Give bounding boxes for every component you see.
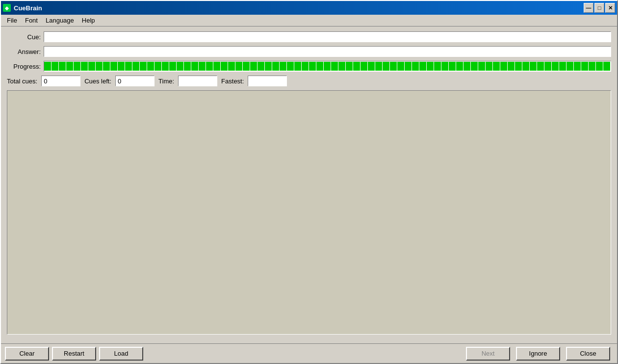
- cue-input[interactable]: [44, 31, 611, 42]
- progress-segment: [471, 62, 478, 71]
- next-button[interactable]: Next: [466, 347, 510, 361]
- progress-segment: [589, 62, 595, 71]
- progress-segment: [272, 62, 279, 71]
- main-content: Cue: Answer: Progress: Total cues: Cues …: [1, 26, 617, 343]
- ignore-button[interactable]: Ignore: [516, 347, 560, 361]
- progress-segment: [154, 62, 161, 71]
- progress-segment: [611, 62, 611, 71]
- progress-segment: [103, 62, 110, 71]
- progress-segment: [265, 62, 272, 71]
- progress-segment: [44, 62, 51, 71]
- load-button[interactable]: Load: [99, 347, 143, 361]
- minimize-button[interactable]: —: [584, 3, 593, 13]
- progress-segment: [243, 62, 250, 71]
- progress-segment: [390, 62, 397, 71]
- progress-segment: [309, 62, 316, 71]
- progress-segment: [147, 62, 154, 71]
- progress-segment: [96, 62, 103, 71]
- menu-font[interactable]: Font: [21, 16, 42, 25]
- progress-segment: [213, 62, 220, 71]
- progress-segment: [294, 62, 301, 71]
- progress-segment: [486, 62, 492, 71]
- progress-segment: [441, 62, 448, 71]
- content-area: [7, 90, 611, 335]
- progress-segment: [81, 62, 88, 71]
- progress-row: Progress:: [7, 61, 611, 72]
- progress-label: Progress:: [7, 63, 44, 70]
- cues-left-input[interactable]: [115, 76, 154, 86]
- maximize-button[interactable]: □: [594, 3, 604, 13]
- restart-button[interactable]: Restart: [52, 347, 96, 361]
- cues-left-label: Cues left:: [84, 78, 111, 85]
- menu-language[interactable]: Language: [42, 16, 78, 25]
- progress-segment: [537, 62, 544, 71]
- fastest-label: Fastest:: [221, 78, 244, 85]
- progress-segment: [324, 62, 331, 71]
- progress-segment: [177, 62, 183, 71]
- cue-row: Cue:: [7, 31, 611, 42]
- progress-segment: [235, 62, 242, 71]
- menu-bar: File Font Language Help: [1, 15, 617, 26]
- close-button[interactable]: Close: [566, 347, 610, 361]
- progress-segment: [419, 62, 426, 71]
- progress-segment: [258, 62, 264, 71]
- progress-segment: [500, 62, 507, 71]
- progress-segment: [125, 62, 132, 71]
- progress-segment: [287, 62, 294, 71]
- progress-segment: [74, 62, 80, 71]
- progress-bar-inner: [44, 61, 611, 71]
- progress-segment: [66, 62, 73, 71]
- progress-segment: [191, 62, 198, 71]
- answer-input[interactable]: [44, 46, 611, 57]
- progress-segment: [59, 62, 66, 71]
- progress-segment: [140, 62, 147, 71]
- progress-segment: [199, 62, 206, 71]
- progress-segment: [302, 62, 309, 71]
- progress-segment: [464, 62, 470, 71]
- window-close-button[interactable]: ✕: [605, 3, 615, 13]
- title-bar: ◆ CueBrain — □ ✕: [1, 1, 617, 15]
- progress-segment: [544, 62, 551, 71]
- stats-row: Total cues: Cues left: Time: Fastest:: [7, 76, 611, 86]
- main-window: ◆ CueBrain — □ ✕ File Font Language Help…: [0, 0, 618, 364]
- progress-segment: [405, 62, 412, 71]
- total-cues-input[interactable]: [41, 76, 80, 86]
- title-bar-buttons: — □ ✕: [584, 3, 615, 13]
- progress-segment: [559, 62, 566, 71]
- progress-segment: [581, 62, 588, 71]
- progress-segment: [250, 62, 257, 71]
- progress-segment: [353, 62, 360, 71]
- progress-segment: [603, 62, 610, 71]
- app-icon: ◆: [3, 4, 11, 12]
- menu-help[interactable]: Help: [78, 16, 99, 25]
- progress-segment: [184, 62, 191, 71]
- progress-segment: [132, 62, 139, 71]
- progress-segment: [508, 62, 515, 71]
- progress-segment: [493, 62, 500, 71]
- time-input[interactable]: [178, 76, 217, 86]
- progress-segment: [552, 62, 559, 71]
- progress-segment: [52, 62, 58, 71]
- progress-segment: [360, 62, 367, 71]
- progress-segment: [434, 62, 441, 71]
- menu-file[interactable]: File: [3, 16, 21, 25]
- progress-segment: [427, 62, 434, 71]
- clear-button[interactable]: Clear: [5, 347, 49, 361]
- progress-segment: [574, 62, 581, 71]
- progress-segment: [162, 62, 169, 71]
- time-label: Time:: [158, 78, 174, 85]
- fastest-input[interactable]: [248, 76, 287, 86]
- button-bar: Clear Restart Load Next Ignore Close: [1, 343, 617, 363]
- progress-segment: [110, 62, 117, 71]
- progress-segment: [449, 62, 456, 71]
- progress-segment: [331, 62, 338, 71]
- progress-segment: [206, 62, 213, 71]
- answer-row: Answer:: [7, 46, 611, 57]
- progress-segment: [118, 62, 125, 71]
- app-title: CueBrain: [14, 4, 42, 12]
- progress-segment: [346, 62, 353, 71]
- progress-segment: [412, 62, 419, 71]
- progress-segment: [522, 62, 529, 71]
- progress-segment: [566, 62, 573, 71]
- progress-segment: [596, 62, 603, 71]
